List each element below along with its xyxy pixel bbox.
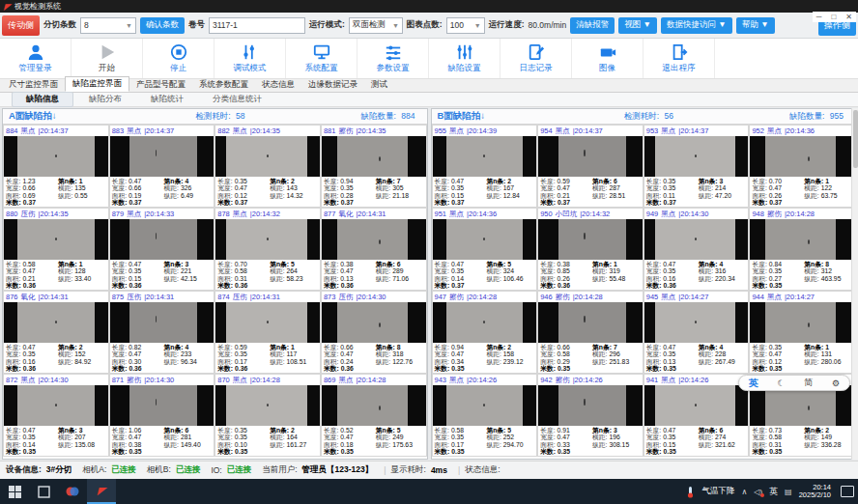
defect-thumbnail[interactable] [4, 302, 108, 343]
image-button[interactable]: 图像 [572, 39, 644, 78]
subtab-defect-stats[interactable]: 缺陷统计 [137, 93, 197, 106]
defect-cell[interactable]: 947 擦伤 |20:14:28 长度: 0.94 宽度: 0.47 面积: 0… [432, 291, 538, 374]
param-settings-button[interactable]: 参数设置 [358, 39, 429, 78]
defect-cell[interactable]: 869 黑点 |20:14:28 长度: 0.52 宽度: 0.47 面积: 0… [321, 374, 427, 457]
defect-cell[interactable]: 877 氧化 |20:14:31 长度: 0.38 宽度: 0.47 面积: 0… [321, 208, 427, 291]
defect-cell[interactable]: 949 黑点 |20:14:30 长度: 0.47 宽度: 0.35 面积: 0… [644, 208, 750, 291]
defect-cell[interactable]: 874 压伤 |20:14:31 长度: 0.59 宽度: 0.35 面积: 0… [214, 291, 321, 374]
defect-thumbnail[interactable] [4, 385, 108, 426]
confirm-strips-button[interactable]: 确认条数 [140, 17, 185, 34]
defect-thumbnail[interactable] [110, 136, 214, 177]
defect-cell[interactable]: 951 黑点 |20:14:36 长度: 0.47 宽度: 0.35 面积: 0… [432, 208, 538, 291]
ime-lang-cn[interactable]: 简 [804, 377, 813, 389]
ime-indicator[interactable]: 英 [769, 486, 778, 498]
task-view-button[interactable] [29, 479, 58, 504]
subtab-defect-info[interactable]: 缺陷信息 [12, 92, 73, 107]
defect-thumbnail[interactable] [433, 302, 537, 343]
defect-cell[interactable]: 955 黑点 |20:14:39 长度: 0.47 宽度: 0.35 面积: 0… [432, 125, 538, 208]
defect-cell[interactable]: 948 擦伤 |20:14:28 长度: 0.84 宽度: 0.35 面积: 0… [749, 208, 855, 291]
thermometer-icon[interactable] [686, 486, 695, 498]
quick-data-menu-button[interactable]: 数据快捷访问 ▼ [661, 17, 732, 34]
defect-cell[interactable]: 943 黑点 |20:14:26 长度: 0.58 宽度: 0.35 面积: 0… [432, 374, 538, 457]
defect-cell[interactable]: 880 压伤 |20:14:35 长度: 0.58 宽度: 0.47 面积: 0… [3, 208, 109, 291]
defect-cell[interactable]: 882 黑点 |20:14:35 长度: 0.35 宽度: 0.47 面积: 0… [214, 125, 321, 208]
minimize-button[interactable]: ─ [816, 13, 822, 21]
defect-settings-button[interactable]: 缺陷设置 [429, 39, 500, 78]
defect-cell[interactable]: 883 黑点 |20:14:37 长度: 0.47 宽度: 0.66 面积: 0… [109, 125, 215, 208]
help-menu-button[interactable]: 帮助 ▼ [736, 17, 775, 34]
defect-thumbnail[interactable] [538, 302, 643, 343]
gear-icon[interactable]: ⚙ [832, 378, 840, 388]
defect-cell[interactable]: 950 小凹坑 |20:14:32 长度: 0.38 宽度: 0.85 面积: … [537, 208, 644, 291]
defect-thumbnail[interactable] [644, 219, 749, 260]
defect-cell[interactable]: 878 黑点 |20:14:32 长度: 0.70 宽度: 0.58 面积: 0… [214, 208, 321, 291]
defect-thumbnail[interactable] [110, 385, 214, 426]
weather-text[interactable]: 气温下降 [701, 486, 734, 497]
tab-size-monitor[interactable]: 尺寸监控界面 [2, 78, 65, 92]
defect-thumbnail[interactable] [322, 219, 426, 260]
defect-thumbnail[interactable] [433, 136, 537, 177]
defect-thumbnail[interactable] [538, 219, 643, 260]
scrollbar-thumb[interactable] [853, 110, 858, 168]
defect-cell[interactable]: 884 黑点 |20:14:37 长度: 1.23 宽度: 0.66 面积: 0… [3, 125, 109, 208]
defect-cell[interactable]: 954 黑点 |20:14:37 长度: 0.59 宽度: 0.47 面积: 0… [537, 125, 644, 208]
defect-cell[interactable]: 870 黑点 |20:14:28 长度: 0.35 宽度: 0.35 面积: 0… [214, 374, 321, 457]
taskbar-app-browser[interactable] [58, 479, 87, 504]
defect-thumbnail[interactable] [644, 302, 749, 343]
vertical-scrollbar[interactable] [851, 108, 858, 460]
notification-center-icon[interactable] [841, 486, 854, 497]
tab-status-info[interactable]: 状态信息 [255, 78, 301, 92]
defect-thumbnail[interactable] [644, 136, 749, 177]
subtab-class-stats[interactable]: 分类信息统计 [199, 93, 275, 106]
log-record-button[interactable]: 日志记录 [500, 39, 572, 78]
defect-cell[interactable]: 876 氧化 |20:14:31 长度: 0.47 宽度: 0.35 面积: 0… [3, 291, 109, 374]
ime-lang-en[interactable]: 英 [749, 377, 758, 390]
defect-cell[interactable]: 942 擦伤 |20:14:26 长度: 0.91 宽度: 0.47 面积: 0… [537, 374, 644, 457]
login-button[interactable]: 管理登录 [0, 39, 72, 78]
start-button[interactable] [0, 479, 29, 504]
view-menu-button[interactable]: 视图 ▼ [618, 17, 657, 34]
system-config-button[interactable]: 系统配置 [286, 39, 358, 78]
defect-cell[interactable]: 953 黑点 |20:14:37 长度: 0.35 宽度: 0.35 面积: 0… [644, 125, 750, 208]
tab-test[interactable]: 测试 [364, 78, 394, 92]
defect-cell[interactable]: 945 黑点 |20:14:27 长度: 0.47 宽度: 0.35 面积: 0… [644, 291, 750, 374]
defect-thumbnail[interactable] [644, 385, 749, 426]
mode-select[interactable]: 双面检测▼ [349, 17, 403, 34]
points-select[interactable]: 100▼ [446, 17, 485, 34]
defect-thumbnail[interactable] [215, 219, 320, 260]
defect-thumbnail[interactable] [110, 219, 214, 260]
defect-cell[interactable]: 875 压伤 |20:14:31 长度: 0.82 宽度: 0.47 面积: 0… [109, 291, 215, 374]
defect-thumbnail[interactable] [750, 385, 854, 426]
defect-thumbnail[interactable] [215, 136, 320, 177]
defect-cell[interactable]: 944 黑点 |20:14:27 长度: 0.35 宽度: 0.47 面积: 0… [749, 291, 855, 374]
defect-cell[interactable]: 879 黑点 |20:14:33 长度: 0.47 宽度: 0.35 面积: 0… [109, 208, 215, 291]
tray-expand-chevron[interactable]: ∧ [741, 488, 747, 496]
defect-cell[interactable]: 881 擦伤 |20:14:35 长度: 0.94 宽度: 0.35 面积: 0… [321, 125, 427, 208]
keyboard-icon[interactable]: ▤ [785, 488, 792, 496]
taskbar-app-inspection[interactable]: ◤ [87, 479, 116, 504]
defect-thumbnail[interactable] [215, 385, 320, 426]
defect-thumbnail[interactable] [4, 136, 108, 177]
start-button[interactable]: 开始 [72, 39, 143, 78]
defect-cell[interactable]: 871 擦伤 |20:14:30 长度: 1.06 宽度: 0.47 面积: 0… [109, 374, 215, 457]
defect-thumbnail[interactable] [750, 136, 854, 177]
tab-system-params[interactable]: 系统参数配置 [192, 78, 255, 92]
subtab-defect-distribution[interactable]: 缺陷分布 [75, 93, 135, 106]
defect-thumbnail[interactable] [215, 302, 320, 343]
tab-product-config[interactable]: 产品型号配置 [129, 78, 192, 92]
defect-cell[interactable]: 872 黑点 |20:14:30 长度: 0.47 宽度: 0.35 面积: 0… [3, 374, 109, 457]
close-button[interactable]: ✕ [845, 13, 852, 21]
defect-cell[interactable]: 946 擦伤 |20:14:28 长度: 0.66 宽度: 0.58 面积: 0… [537, 291, 644, 374]
strips-select[interactable]: 8▼ [80, 17, 136, 34]
roll-input[interactable] [209, 17, 305, 34]
defect-cell[interactable]: 941 黑点 |20:14:26 长度: 0.47 宽度: 0.35 面积: 0… [644, 374, 750, 457]
drive-side-button[interactable]: 传动侧 [2, 15, 40, 36]
volume-icon[interactable]: ◁) [754, 488, 762, 496]
defect-thumbnail[interactable] [322, 385, 426, 426]
maximize-button[interactable]: □ [831, 13, 836, 21]
moon-icon[interactable]: ☾ [778, 378, 786, 388]
defect-cell[interactable]: 952 黑点 |20:14:36 长度: 0.70 宽度: 0.47 面积: 0… [749, 125, 855, 208]
defect-cell[interactable]: 873 压伤 |20:14:30 长度: 0.66 宽度: 0.47 面积: 0… [321, 291, 427, 374]
defect-thumbnail[interactable] [750, 219, 854, 260]
clear-alarm-button[interactable]: 清缺报警 [570, 17, 615, 34]
